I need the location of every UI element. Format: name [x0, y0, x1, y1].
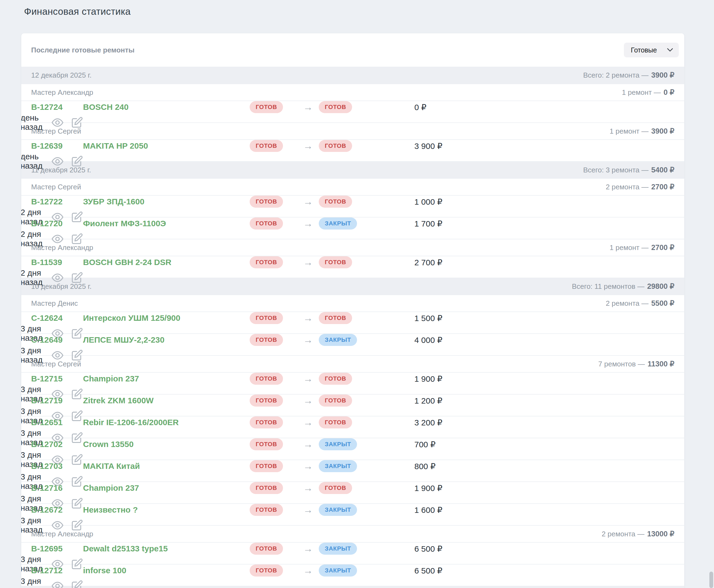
status-to-cell: ГОТОВ [319, 373, 414, 385]
repair-price: 1 500 ₽ [414, 313, 674, 323]
repair-row: B-12703MAKITA КитайГОТОВ→ЗАКРЫТ800 ₽3 дн… [21, 460, 684, 481]
repair-device-link[interactable]: MAKITA Китай [83, 462, 250, 471]
status-badge-closed: ЗАКРЫТ [319, 543, 357, 555]
status-from-cell: ГОТОВ [250, 395, 298, 406]
status-to-cell: ЗАКРЫТ [319, 438, 414, 450]
repair-id-link[interactable]: B-11539 [31, 258, 83, 267]
status-to-cell: ГОТОВ [319, 482, 414, 494]
repair-device-link[interactable]: Champion 237 [83, 483, 250, 492]
repair-price: 1 600 ₽ [414, 505, 674, 515]
status-from-cell: ГОТОВ [250, 543, 298, 555]
master-total: 2 ремонта —2700 ₽ [606, 183, 674, 191]
repair-id-link[interactable]: B-12716 [31, 483, 83, 492]
eye-icon [51, 580, 64, 588]
repair-age: 3 дня назад [21, 576, 43, 588]
status-from-cell: ГОТОВ [250, 256, 298, 268]
date-total: Всего: 11 ремонтов —29800 ₽ [572, 282, 674, 291]
arrow-right-icon: → [298, 102, 319, 112]
repair-device-link[interactable]: Интерскол УШМ 125/900 [83, 313, 250, 323]
repair-id-link[interactable]: B-12720 [31, 219, 83, 228]
status-badge-ready: ГОТОВ [250, 504, 283, 516]
arrow-right-icon: → [298, 257, 319, 267]
status-to-cell: ЗАКРЫТ [319, 334, 414, 346]
master-total-amount: 13000 ₽ [647, 529, 674, 538]
repair-price: 1 200 ₽ [414, 396, 674, 405]
date-label: 12 декабря 2025 г. [31, 71, 91, 80]
repair-price: 4 000 ₽ [414, 335, 674, 345]
status-from-cell: ГОТОВ [250, 334, 298, 346]
status-from-cell: ГОТОВ [250, 504, 298, 516]
master-total: 7 ремонтов —11300 ₽ [598, 360, 674, 368]
chevron-down-icon [667, 48, 673, 52]
repair-id-link[interactable]: B-12651 [31, 418, 83, 427]
repair-device-link[interactable]: BOSCH GBH 2-24 DSR [83, 258, 250, 267]
repair-row: B-12695Dewalt d25133 type15ГОТОВ→ЗАКРЫТ6… [21, 542, 684, 564]
arrow-right-icon: → [298, 396, 319, 405]
repair-id-link[interactable]: B-12672 [31, 505, 83, 514]
scrollbar-thumb[interactable] [709, 572, 713, 588]
repair-meta: 3 дня назад [31, 576, 83, 588]
repair-row: B-12720Фиолент МФЗ-1100ЭГОТОВ→ЗАКРЫТ1 70… [21, 217, 684, 239]
status-from-cell: ГОТОВ [250, 140, 298, 152]
repair-device-link[interactable]: inforse 100 [83, 566, 250, 575]
repair-id-link[interactable]: B-12702 [31, 440, 83, 449]
repair-id-link[interactable]: B-12715 [31, 374, 83, 383]
repair-device-link[interactable]: Zitrek ZKM 1600W [83, 396, 250, 405]
status-badge-ready: ГОТОВ [250, 256, 283, 268]
repair-price: 0 ₽ [414, 103, 674, 112]
status-badge-ready: ГОТОВ [319, 101, 352, 113]
repair-device-link[interactable]: Champion 237 [83, 374, 250, 383]
status-from-cell: ГОТОВ [250, 460, 298, 472]
status-badge-ready: ГОТОВ [250, 312, 283, 324]
card-header: Последние готовые ремонты Готовые [21, 33, 684, 67]
repair-id-link[interactable]: C-12624 [31, 313, 83, 323]
view-button[interactable] [51, 580, 64, 588]
repair-device-link[interactable]: Rebir IE-1206-16/2000ER [83, 418, 250, 427]
status-badge-ready: ГОТОВ [250, 460, 283, 472]
status-to-cell: ГОТОВ [319, 395, 414, 406]
repair-row: B-12702Crown 13550ГОТОВ→ЗАКРЫТ700 ₽3 дня… [21, 438, 684, 460]
repair-device-link[interactable]: MAKITA HP 2050 [83, 141, 250, 150]
status-badge-ready: ГОТОВ [250, 217, 283, 230]
status-from-cell: ГОТОВ [250, 196, 298, 208]
repair-device-link[interactable]: BOSCH 240 [83, 103, 250, 112]
repair-id-link[interactable]: B-12712 [31, 566, 83, 575]
repair-device-link[interactable]: Crown 13550 [83, 440, 250, 449]
repair-id-link[interactable]: B-12639 [31, 141, 83, 150]
edit-button[interactable] [71, 580, 83, 588]
master-name: Мастер Сергей [31, 183, 81, 191]
repair-device-link[interactable]: Dewalt d25133 type15 [83, 544, 250, 553]
repair-price: 3 900 ₽ [414, 141, 674, 151]
repair-id-link[interactable]: B-12703 [31, 462, 83, 471]
status-from-cell: ГОТОВ [250, 416, 298, 428]
repair-id-link[interactable]: C-12649 [31, 335, 83, 344]
status-to-cell: ЗАКРЫТ [319, 504, 414, 516]
master-total-amount: 0 ₽ [664, 88, 674, 97]
repair-id-link[interactable]: B-12719 [31, 396, 83, 405]
repair-device-link[interactable]: ЛЕПСЕ МШУ-2,2-230 [83, 335, 250, 344]
repair-device-link[interactable]: Фиолент МФЗ-1100Э [83, 219, 250, 228]
repair-device-link[interactable]: ЗУБР ЗПД-1600 [83, 197, 250, 206]
repair-id-link[interactable]: B-12722 [31, 197, 83, 206]
repair-id-link[interactable]: B-12695 [31, 544, 83, 553]
master-total: 1 ремонт —2700 ₽ [610, 243, 674, 252]
repair-row: B-12719Zitrek ZKM 1600WГОТОВ→ГОТОВ1 200 … [21, 394, 684, 416]
arrow-right-icon: → [298, 439, 319, 449]
master-total-amount: 3900 ₽ [651, 127, 674, 135]
master-total: 2 ремонта —5500 ₽ [606, 299, 674, 308]
status-badge-closed: ЗАКРЫТ [319, 565, 357, 576]
status-filter-select[interactable]: Готовые [624, 43, 679, 57]
repair-device-link[interactable]: Неизвестно ? [83, 505, 250, 514]
master-name: Мастер Александр [31, 88, 93, 97]
status-badge-ready: ГОТОВ [250, 140, 283, 152]
arrow-right-icon: → [298, 335, 319, 345]
status-badge-closed: ЗАКРЫТ [319, 438, 357, 450]
status-from-cell: ГОТОВ [250, 438, 298, 450]
status-badge-ready: ГОТОВ [250, 482, 283, 494]
status-badge-ready: ГОТОВ [319, 416, 352, 428]
repair-id-link[interactable]: B-12724 [31, 103, 83, 112]
arrow-right-icon: → [298, 374, 319, 384]
master-group-header: Мастер Сергей2 ремонта —2700 ₽ [21, 178, 684, 195]
status-badge-ready: ГОТОВ [250, 395, 283, 406]
repair-row: B-12722ЗУБР ЗПД-1600ГОТОВ→ГОТОВ1 000 ₽2 … [21, 195, 684, 217]
